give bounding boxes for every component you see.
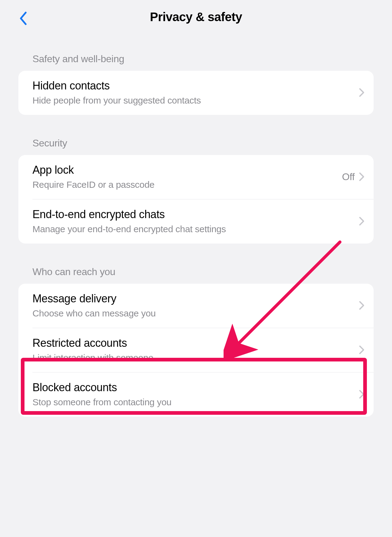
row-subtitle: Manage your end-to-end encrypted chat se… xyxy=(32,224,359,234)
row-text: App lock Require FaceID or a passcode xyxy=(32,164,342,190)
chevron-right-icon xyxy=(359,301,364,310)
row-hidden-contacts[interactable]: Hidden contacts Hide people from your su… xyxy=(18,71,374,115)
row-blocked-accounts[interactable]: Blocked accounts Stop someone from conta… xyxy=(18,372,374,417)
section-header-security: Security xyxy=(0,115,392,155)
card-security: App lock Require FaceID or a passcode Of… xyxy=(18,155,374,244)
nav-header: Privacy & safety xyxy=(0,0,392,34)
row-title: Blocked accounts xyxy=(32,381,359,394)
chevron-right-icon xyxy=(359,217,364,226)
section-header-safety: Safety and well-being xyxy=(0,34,392,71)
row-text: Restricted accounts Limit interaction wi… xyxy=(32,337,359,363)
row-value-app-lock: Off xyxy=(342,171,355,183)
row-title: App lock xyxy=(32,164,342,176)
row-subtitle: Require FaceID or a passcode xyxy=(32,180,342,190)
card-reach: Message delivery Choose who can message … xyxy=(18,284,374,417)
row-text: End-to-end encrypted chats Manage your e… xyxy=(32,208,359,234)
back-button[interactable] xyxy=(17,9,30,28)
privacy-safety-screen: Privacy & safety Safety and well-being H… xyxy=(0,0,392,537)
row-e2ee-chats[interactable]: End-to-end encrypted chats Manage your e… xyxy=(18,199,374,244)
row-subtitle: Hide people from your suggested contacts xyxy=(32,95,359,106)
chevron-right-icon xyxy=(359,390,364,399)
row-title: Restricted accounts xyxy=(32,337,359,350)
chevron-right-icon xyxy=(359,172,364,181)
row-text: Message delivery Choose who can message … xyxy=(32,292,359,319)
row-text: Hidden contacts Hide people from your su… xyxy=(32,79,359,106)
row-subtitle: Stop someone from contacting you xyxy=(32,397,359,407)
chevron-right-icon xyxy=(359,88,364,97)
row-title: Message delivery xyxy=(32,292,359,305)
chevron-left-icon xyxy=(20,12,27,25)
row-subtitle: Choose who can message you xyxy=(32,308,359,319)
row-message-delivery[interactable]: Message delivery Choose who can message … xyxy=(18,284,374,328)
row-app-lock[interactable]: App lock Require FaceID or a passcode Of… xyxy=(18,155,374,199)
row-title: End-to-end encrypted chats xyxy=(32,208,359,221)
row-restricted-accounts[interactable]: Restricted accounts Limit interaction wi… xyxy=(18,328,374,372)
row-text: Blocked accounts Stop someone from conta… xyxy=(32,381,359,407)
section-header-reach: Who can reach you xyxy=(0,244,392,284)
card-safety: Hidden contacts Hide people from your su… xyxy=(18,71,374,115)
page-title: Privacy & safety xyxy=(150,10,242,24)
row-subtitle: Limit interaction with someone xyxy=(32,353,359,363)
row-title: Hidden contacts xyxy=(32,79,359,92)
chevron-right-icon xyxy=(359,345,364,354)
